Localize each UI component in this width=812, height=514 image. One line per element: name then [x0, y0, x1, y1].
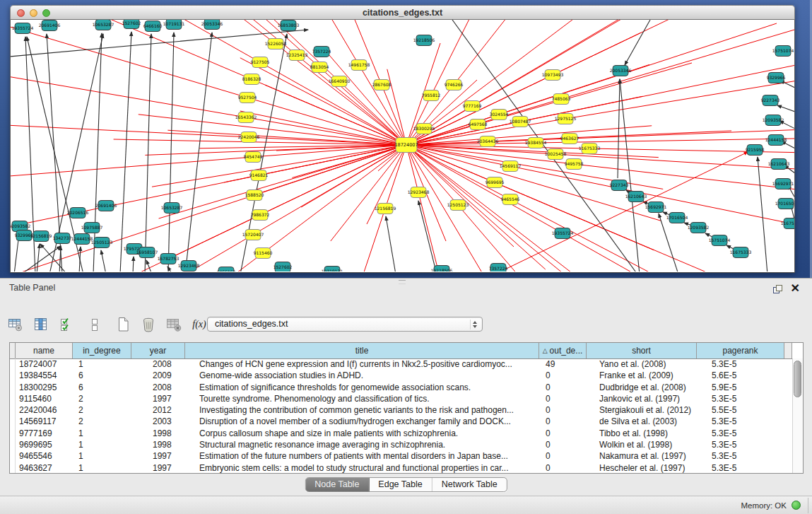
table-scrollbar[interactable] [792, 358, 803, 473]
graph-node[interactable]: 9465546 [501, 194, 520, 205]
citation-edge[interactable] [146, 260, 152, 271]
graph-node[interactable]: 9227343 [761, 95, 780, 106]
graph-node[interactable]: 10653287 [93, 20, 114, 30]
graph-node[interactable]: 16210643 [625, 192, 647, 202]
citation-edge[interactable] [382, 85, 446, 241]
graph-node[interactable]: 15692971 [645, 202, 667, 213]
graph-node[interactable]: 1342737 [53, 233, 72, 244]
graph-node[interactable]: 7357224 [312, 47, 331, 57]
graph-node[interactable]: 9329966 [767, 73, 786, 83]
graph-node[interactable]: 12156819 [30, 231, 52, 242]
citation-edge[interactable] [777, 105, 794, 112]
graph-node[interactable]: 12156819 [375, 204, 396, 214]
graph-node[interactable]: 19218506 [413, 35, 435, 46]
citation-edge[interactable] [386, 216, 396, 271]
graph-node[interactable]: 12325413 [286, 50, 308, 61]
graph-node[interactable]: 12444158 [71, 234, 93, 245]
graph-node[interactable]: 12444158 [765, 135, 787, 146]
graph-node[interactable]: 12505123 [447, 200, 469, 211]
network-view[interactable]: 1522605891275058186328952750416543362224… [10, 20, 795, 273]
graph-node[interactable]: 9463627 [560, 134, 579, 144]
graph-node[interactable]: 9215958 [746, 145, 765, 156]
graph-node[interactable]: 16640910 [329, 76, 351, 87]
citation-edge[interactable] [758, 157, 767, 271]
table-settings-icon[interactable] [6, 315, 25, 334]
graph-node[interactable]: 12975125 [555, 114, 577, 124]
graph-node[interactable]: 12923468 [408, 187, 430, 198]
citation-edge[interactable] [359, 65, 482, 271]
graph-node[interactable]: 19355724 [552, 228, 574, 239]
graph-node[interactable]: 9495758 [565, 159, 584, 170]
graph-node[interactable]: 9777169 [463, 101, 482, 112]
graph-node[interactable]: 6466160 [143, 21, 163, 32]
citation-edge[interactable] [139, 115, 574, 164]
graph-node[interactable]: 11675333 [781, 218, 794, 229]
minimize-window-button[interactable] [30, 9, 37, 17]
graph-node[interactable]: 15720407 [242, 230, 264, 240]
column-header[interactable]: pagerank [697, 343, 784, 358]
graph-node[interactable]: 9699695 [486, 177, 505, 188]
table-row[interactable]: 911546021997Tourette syndrome. Phenomeno… [10, 393, 792, 404]
table-row[interactable]: 1872400712008Changes of HCN gene express… [10, 358, 792, 370]
graph-node[interactable]: 20364436 [477, 136, 499, 147]
graph-node[interactable]: 7986372 [251, 210, 270, 221]
hub-node[interactable]: 18724007 [394, 138, 418, 153]
graph-node[interactable]: 17016504 [666, 213, 688, 223]
graph-node[interactable]: 16853803 [278, 21, 300, 31]
graph-node[interactable]: 1588520 [245, 190, 264, 201]
panel-resize-grip[interactable] [399, 280, 406, 284]
tab-edge-table[interactable]: Edge Table [369, 478, 432, 491]
graph-node[interactable]: 15692971 [772, 179, 794, 189]
citation-edge[interactable] [495, 152, 748, 271]
create-column-icon[interactable] [113, 315, 133, 334]
column-header[interactable]: year [131, 343, 185, 358]
citation-edge[interactable] [59, 246, 61, 271]
citation-edge[interactable] [37, 244, 40, 271]
delete-column-icon[interactable] [139, 315, 158, 334]
close-panel-icon[interactable]: ✕ [791, 281, 800, 296]
graph-node[interactable]: 10719131 [322, 267, 343, 272]
graph-node[interactable]: 8454749 [244, 152, 263, 163]
graph-node[interactable]: 22420046 [238, 132, 260, 143]
graph-node[interactable]: 12093582 [763, 115, 784, 126]
column-header[interactable]: △out_de... [539, 343, 587, 358]
network-window-titlebar[interactable]: citations_edges.txt [10, 5, 795, 20]
graph-node[interactable]: 12093582 [688, 223, 710, 233]
table-row[interactable]: 977716911998Corpus callosum shape and si… [10, 428, 792, 439]
table-row[interactable]: 969969511998Structural magnetic resonanc… [10, 439, 792, 450]
graph-node[interactable]: 20206516 [67, 208, 89, 218]
table-row[interactable]: 2242004622012Investigating the contribut… [10, 404, 792, 416]
table-row[interactable]: 1938455462009Genome-wide association stu… [10, 370, 792, 381]
citation-edge[interactable] [240, 58, 510, 199]
citation-edge[interactable] [133, 257, 134, 271]
graph-node[interactable]: 8186328 [242, 74, 261, 85]
graph-node[interactable]: 16782753 [158, 254, 180, 264]
graph-node[interactable]: 2867608 [372, 80, 392, 90]
table-selector-dropdown[interactable]: citations_edges.txt [207, 317, 483, 332]
citation-edge[interactable] [246, 117, 663, 189]
column-header[interactable]: name [16, 343, 73, 358]
table-row[interactable]: 946554611997Estimation of the future num… [10, 450, 792, 462]
graph-node[interactable]: 16543362 [235, 112, 257, 123]
citation-edge[interactable] [101, 250, 106, 271]
citation-edge[interactable] [21, 246, 61, 271]
graph-node[interactable]: 16958107 [136, 247, 158, 258]
graph-node[interactable]: 9146821 [249, 170, 269, 181]
graph-node[interactable]: 15751074 [709, 235, 731, 246]
graph-node[interactable]: 19218506 [431, 266, 453, 272]
graph-node[interactable]: 7955812 [422, 90, 441, 101]
close-window-button[interactable] [17, 9, 25, 17]
column-header[interactable]: short [587, 343, 697, 358]
graph-node[interactable]: 9746266 [445, 80, 464, 90]
graph-node[interactable]: 3024554 [490, 110, 509, 120]
zoom-window-button[interactable] [42, 9, 50, 17]
graph-node[interactable]: 10719131 [163, 20, 185, 30]
graph-node[interactable]: 9127505 [251, 57, 270, 68]
citation-edge[interactable] [260, 62, 640, 271]
graph-node[interactable]: 14961758 [348, 60, 370, 71]
graph-node[interactable]: 9527504 [238, 93, 257, 103]
graph-node[interactable]: 20053346 [610, 66, 632, 76]
graph-node[interactable]: 1527602 [273, 262, 293, 272]
memory-ok-icon[interactable] [792, 501, 801, 510]
tab-node-table[interactable]: Node Table [305, 478, 369, 491]
